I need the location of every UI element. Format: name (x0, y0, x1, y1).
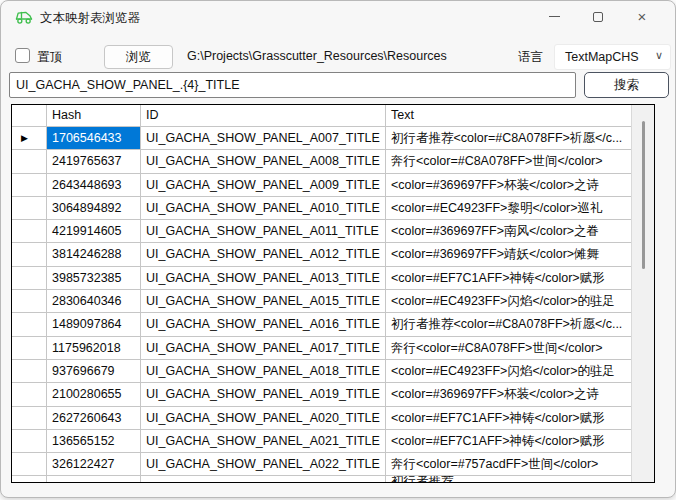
minimize-button[interactable] (532, 2, 576, 31)
cell-text[interactable]: <color=#369697FF>杯装</color>之诗 (386, 174, 631, 196)
cell-text[interactable]: 奔行<color=#C8A078FF>世间</color> (386, 150, 631, 172)
cell-hash[interactable]: 3985732385 (47, 267, 141, 289)
cell-text[interactable]: 奔行<color=#C8A078FF>世间</color> (386, 337, 631, 359)
resources-path: G:\Projects\Grasscutter_Resources\Resour… (187, 49, 447, 63)
cell-id[interactable] (141, 476, 386, 482)
table-row[interactable]: 2627260643UI_GACHA_SHOW_PANEL_A020_TITLE… (12, 407, 631, 430)
maximize-button[interactable] (576, 2, 620, 31)
cell-text[interactable]: <color=#EF7C1AFF>神铸</color>赋形 (386, 267, 631, 289)
cell-id[interactable]: UI_GACHA_SHOW_PANEL_A011_TITLE (141, 220, 386, 242)
cell-hash[interactable]: 937696679 (47, 360, 141, 382)
cell-hash[interactable]: 2419765637 (47, 150, 141, 172)
search-input[interactable] (9, 72, 576, 98)
cell-text[interactable]: <color=#EC4923FF>闪焰</color>的驻足 (386, 360, 631, 382)
column-header-hash[interactable]: Hash (47, 105, 141, 126)
pin-on-top-checkbox[interactable] (15, 48, 30, 63)
app-icon (14, 8, 34, 25)
cell-text[interactable]: <color=#EF7C1AFF>神铸</color>赋形 (386, 430, 631, 452)
language-select[interactable]: TextMapCHS ∨ (554, 44, 671, 70)
cell-text[interactable]: <color=#369697FF>南风</color>之眷 (386, 220, 631, 242)
table-row[interactable]: 1489097864UI_GACHA_SHOW_PANEL_A016_TITLE… (12, 313, 631, 336)
cell-text[interactable]: <color=#EF7C1AFF>神铸</color>赋形 (386, 407, 631, 429)
cell-id[interactable]: UI_GACHA_SHOW_PANEL_A022_TITLE (141, 453, 386, 475)
row-selector-cell[interactable] (12, 337, 47, 359)
table-row[interactable]: 4219914605UI_GACHA_SHOW_PANEL_A011_TITLE… (12, 220, 631, 243)
cell-hash[interactable]: 2627260643 (47, 407, 141, 429)
row-selector-cell[interactable] (12, 383, 47, 405)
table-row[interactable]: 2100280655UI_GACHA_SHOW_PANEL_A019_TITLE… (12, 383, 631, 406)
cell-hash[interactable]: 2830640346 (47, 290, 141, 312)
title-bar[interactable]: 文本映射表浏览器 × (1, 1, 675, 33)
cell-text[interactable]: 初行者推荐 (386, 476, 631, 482)
row-selector-cell[interactable] (12, 267, 47, 289)
cell-hash[interactable]: 2643448693 (47, 174, 141, 196)
scrollbar-thumb[interactable] (642, 121, 645, 269)
vertical-scrollbar[interactable] (631, 105, 654, 482)
row-selector-cell[interactable] (12, 290, 47, 312)
table-row[interactable]: 2830640346UI_GACHA_SHOW_PANEL_A015_TITLE… (12, 290, 631, 313)
column-header-text[interactable]: Text (386, 105, 631, 126)
cell-hash[interactable]: 4219914605 (47, 220, 141, 242)
cell-id[interactable]: UI_GACHA_SHOW_PANEL_A009_TITLE (141, 174, 386, 196)
table-row[interactable]: 3064894892UI_GACHA_SHOW_PANEL_A010_TITLE… (12, 197, 631, 220)
cell-hash[interactable]: 326122427 (47, 453, 141, 475)
cell-id[interactable]: UI_GACHA_SHOW_PANEL_A012_TITLE (141, 243, 386, 265)
cell-id[interactable]: UI_GACHA_SHOW_PANEL_A008_TITLE (141, 150, 386, 172)
cell-id[interactable]: UI_GACHA_SHOW_PANEL_A015_TITLE (141, 290, 386, 312)
cell-id[interactable]: UI_GACHA_SHOW_PANEL_A017_TITLE (141, 337, 386, 359)
pin-on-top-label: 置顶 (37, 49, 62, 66)
row-selector-cell[interactable]: ▶ (12, 127, 47, 149)
table-row[interactable]: 136565152UI_GACHA_SHOW_PANEL_A021_TITLE<… (12, 430, 631, 453)
cell-hash[interactable]: 1175962018 (47, 337, 141, 359)
table-row[interactable]: 2419765637UI_GACHA_SHOW_PANEL_A008_TITLE… (12, 150, 631, 173)
cell-hash[interactable]: 3814246288 (47, 243, 141, 265)
cell-text[interactable]: <color=#369697FF>靖妖</color>傩舞 (386, 243, 631, 265)
row-selector-cell[interactable] (12, 360, 47, 382)
cell-text[interactable]: <color=#EC4923FF>黎明</color>巡礼 (386, 197, 631, 219)
column-header-id[interactable]: ID (141, 105, 386, 126)
row-selector-cell[interactable] (12, 150, 47, 172)
row-selector-cell[interactable] (12, 407, 47, 429)
cell-hash[interactable]: 136565152 (47, 430, 141, 452)
row-selector-cell[interactable] (12, 174, 47, 196)
table-row[interactable]: 326122427UI_GACHA_SHOW_PANEL_A022_TITLE奔… (12, 453, 631, 476)
cell-text[interactable]: <color=#EC4923FF>闪焰</color>的驻足 (386, 290, 631, 312)
cell-hash[interactable]: 2100280655 (47, 383, 141, 405)
row-selector-cell[interactable] (12, 453, 47, 475)
cell-id[interactable]: UI_GACHA_SHOW_PANEL_A013_TITLE (141, 267, 386, 289)
cell-text[interactable]: 初行者推荐<color=#C8A078FF>祈愿</c... (386, 127, 631, 149)
row-selector-cell[interactable] (12, 313, 47, 335)
table-row[interactable]: ▶1706546433UI_GACHA_SHOW_PANEL_A007_TITL… (12, 127, 631, 150)
row-selector-cell[interactable] (12, 220, 47, 242)
cell-hash[interactable]: 3064894892 (47, 197, 141, 219)
table-row[interactable]: 1175962018UI_GACHA_SHOW_PANEL_A017_TITLE… (12, 337, 631, 360)
search-button[interactable]: 搜索 (584, 72, 669, 98)
cell-hash[interactable]: 1706546433 (47, 127, 141, 149)
cell-id[interactable]: UI_GACHA_SHOW_PANEL_A018_TITLE (141, 360, 386, 382)
cell-text[interactable]: <color=#369697FF>杯装</color>之诗 (386, 383, 631, 405)
row-selector-cell[interactable] (12, 430, 47, 452)
cell-id[interactable]: UI_GACHA_SHOW_PANEL_A020_TITLE (141, 407, 386, 429)
row-selector-cell[interactable] (12, 243, 47, 265)
cell-id[interactable]: UI_GACHA_SHOW_PANEL_A016_TITLE (141, 313, 386, 335)
cell-text[interactable]: 初行者推荐<color=#C8A078FF>祈愿</c... (386, 313, 631, 335)
table-row[interactable]: 初行者推荐 (12, 476, 631, 482)
cell-id[interactable]: UI_GACHA_SHOW_PANEL_A019_TITLE (141, 383, 386, 405)
cell-id[interactable]: UI_GACHA_SHOW_PANEL_A010_TITLE (141, 197, 386, 219)
row-selector-cell[interactable] (12, 197, 47, 219)
text-map-grid: Hash ID Text ▶1706546433UI_GACHA_SHOW_PA… (11, 104, 655, 483)
row-selector-cell[interactable] (12, 476, 47, 482)
chevron-down-icon: ∨ (655, 49, 663, 62)
cell-id[interactable]: UI_GACHA_SHOW_PANEL_A021_TITLE (141, 430, 386, 452)
close-button[interactable]: × (620, 2, 664, 31)
cell-hash[interactable] (47, 476, 141, 482)
cell-text[interactable]: 奔行<color=#757acdFF>世间</color> (386, 453, 631, 475)
cell-id[interactable]: UI_GACHA_SHOW_PANEL_A007_TITLE (141, 127, 386, 149)
row-selector-header[interactable] (12, 105, 47, 126)
cell-hash[interactable]: 1489097864 (47, 313, 141, 335)
table-row[interactable]: 937696679UI_GACHA_SHOW_PANEL_A018_TITLE<… (12, 360, 631, 383)
table-row[interactable]: 3985732385UI_GACHA_SHOW_PANEL_A013_TITLE… (12, 267, 631, 290)
table-row[interactable]: 3814246288UI_GACHA_SHOW_PANEL_A012_TITLE… (12, 243, 631, 266)
table-row[interactable]: 2643448693UI_GACHA_SHOW_PANEL_A009_TITLE… (12, 174, 631, 197)
browse-button[interactable]: 浏览 (104, 45, 173, 69)
